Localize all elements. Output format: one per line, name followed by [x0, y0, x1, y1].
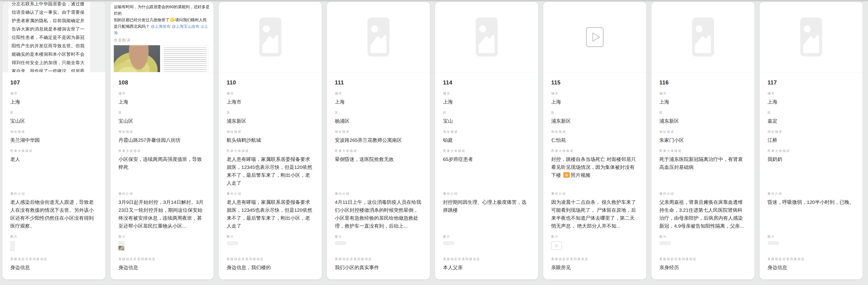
field-label-direct: 直接信息还是间接信息 [119, 257, 206, 261]
field-label-intro: 事件介绍 [443, 192, 530, 196]
image-thumbnail[interactable] [768, 241, 779, 245]
card-body: 110 城市上海市 区浦东新区 地址描述航头镇鹤沙航城 死者大体描述老人患有哮喘… [219, 72, 322, 279]
field-value-address: 江桥 [768, 136, 855, 144]
record-card[interactable]: 114 城市上海 区宝山 地址描述铂庭 死者大体描述65岁癌症患者 事件介绍封控… [435, 2, 538, 279]
field-label-intro: 事件介绍 [119, 192, 206, 196]
view-translation-link[interactable]: 查看翻译 [114, 38, 210, 43]
field-event-intro: 事件介绍封控期间因生理、心理上极度痛苦，选择跳楼 [443, 192, 530, 230]
record-card[interactable]: 110 城市上海市 区浦东新区 地址描述航头镇鹤沙航城 死者大体描述老人患有哮喘… [219, 2, 322, 279]
record-id: 110 [227, 79, 314, 86]
field-label-address: 地址描述 [335, 130, 422, 134]
field-value-intro: 因为凌晨十二点自杀， 很久救护车来了可能看到现场死了， 尸体留在原地，后来半夜也… [551, 198, 638, 230]
card-cover-image[interactable] [435, 2, 538, 72]
card-cover-image[interactable] [219, 2, 322, 72]
image-thumbnail[interactable] [227, 241, 238, 245]
field-value-intro: 老人患有哮喘，家属联系居委报备要求就医，12345也表示尽快，但是120依然来不… [227, 198, 314, 230]
field-label-intro: 事件介绍 [659, 192, 746, 196]
field-label-image: 图片 [443, 235, 530, 239]
field-label-deceased: 死者大体描述 [227, 149, 314, 153]
field-image: 图片 [659, 235, 746, 252]
field-value-district: 嘉定 [768, 117, 855, 125]
field-value-city: 上海 [443, 98, 530, 106]
field-value-city: 上海 [659, 98, 746, 106]
field-label-city: 城市 [768, 92, 855, 96]
field-deceased-description: 死者大体描述老人 [10, 149, 97, 187]
image-thumbnails[interactable] [119, 241, 206, 250]
field-label-district: 区 [551, 111, 638, 115]
field-value-direct: 身边信息 [119, 263, 206, 272]
field-address: 地址描述丹霞山路257弄馨佳园八街坊 [119, 130, 206, 144]
field-value-district: 宝山 [443, 117, 530, 125]
field-label-district: 区 [335, 111, 422, 115]
record-id: 116 [659, 79, 746, 86]
card-cover-image[interactable]: 分左右联系上中华园居委会，通过微信语音确认了这一事实。由于需要保护患者家属的隐私… [2, 2, 105, 72]
record-card[interactable]: 115 城市上海 区浦东新区 地址描述仁怡苑 死者大体描述 封控，跳楼自杀当场死… [543, 2, 646, 279]
card-cover-video[interactable] [543, 2, 646, 72]
record-card[interactable]: 111 城市上海 区杨浦区 地址描述安波路265弄兰花教师公寓南区 死者大体描述… [327, 2, 430, 279]
card-cover-image[interactable] [760, 2, 863, 72]
post-photos [114, 45, 210, 72]
record-card[interactable]: 分左右联系上中华园居委会，通过微信语音确认了这一事实。由于需要保护患者家属的隐私… [2, 2, 105, 279]
field-event-intro: 事件介绍因为凌晨十二点自杀， 很久救护车来了可能看到现场死了， 尸体留在原地，后… [551, 192, 638, 230]
field-address: 地址描述铂庭 [443, 130, 530, 144]
field-address: 地址描述安波路265弄兰花教师公寓南区 [335, 130, 422, 144]
card-body: 111 城市上海 区杨浦区 地址描述安波路265弄兰花教师公寓南区 死者大体描述… [327, 72, 430, 279]
field-district: 区杨浦区 [335, 111, 422, 125]
record-card[interactable]: 117 城市上海 区嘉定 地址描述江桥 死者大体描述我奶奶 事件介绍昏迷，呼吸微… [760, 2, 863, 279]
field-value-district: 宝山区 [119, 117, 206, 125]
field-city: 城市上海 [10, 92, 97, 106]
field-label-intro: 事件介绍 [768, 192, 855, 196]
text-document-photo[interactable] [162, 45, 209, 72]
video-thumbnail[interactable] [551, 241, 562, 250]
has-photo-video-badge: 有 [563, 172, 570, 178]
field-city: 城市上海 [768, 92, 855, 106]
field-label-city: 城市 [227, 92, 314, 96]
card-cover-image[interactable]: 运输有时间，为什么跟居委会的60的菜能到，还好多是烂的 别的区都已经分发过几批物… [111, 2, 214, 72]
field-label-district: 区 [659, 111, 746, 115]
field-label-district: 区 [768, 111, 855, 115]
field-value-deceased: 我奶奶 [768, 155, 855, 187]
field-value-deceased: 65岁癌症患者 [443, 155, 530, 187]
field-district: 区宝山 [443, 111, 530, 125]
field-value-address: 丹霞山路257弄馨佳园八街坊 [119, 136, 206, 144]
field-label-direct: 直接信息还是间接信息 [659, 257, 746, 261]
rotten-cabbage-photo[interactable] [114, 45, 160, 72]
card-cover-image[interactable] [651, 2, 754, 72]
field-label-address: 地址描述 [659, 130, 746, 134]
field-city: 城市上海 [551, 92, 638, 106]
field-label-district: 区 [10, 111, 97, 115]
field-label-image: 图片 [10, 235, 97, 239]
field-value-deceased: 死于浦东医院新冠隔离治疗中，有肾衰高血压封基础病 [659, 155, 746, 187]
image-thumbnail[interactable] [335, 241, 346, 245]
field-label-address: 地址描述 [10, 130, 97, 134]
field-label-direct: 直接信息还是间接信息 [768, 257, 855, 261]
field-city: 城市上海 [119, 92, 206, 106]
image-placeholder-icon [368, 17, 390, 57]
field-event-intro: 事件介绍父亲周嘉祖，肾衰且瘫痪在床靠血透维持生命，3.21住进第七人民医院肾病科… [659, 192, 746, 230]
image-placeholder-icon [259, 17, 281, 57]
field-deceased-description: 死者大体描述死于浦东医院新冠隔离治疗中，有肾衰高血压封基础病 [659, 149, 746, 187]
post-text: 运输有时间，为什么跟居委会的60的菜能到，还好多是烂的 别的区都已经分发过几批物… [114, 4, 210, 36]
field-value-deceased: 老人 [10, 155, 97, 187]
image-placeholder-icon [476, 17, 498, 57]
image-thumbnail[interactable] [443, 241, 455, 245]
record-card[interactable]: 运输有时间，为什么跟居委会的60的菜能到，还好多是烂的 别的区都已经分发过几批物… [111, 2, 214, 279]
image-thumbnail[interactable] [10, 241, 15, 251]
card-cover-image[interactable] [327, 2, 430, 72]
field-label-city: 城市 [659, 92, 746, 96]
field-label-direct: 直接信息还是间接信息 [335, 257, 422, 261]
field-label-district: 区 [119, 111, 206, 115]
field-district: 区宝山区 [10, 111, 97, 125]
field-event-intro: 事件介绍3月9日起开始封控，3月14日解封。3月23日又一轮封控开始，期间这位保… [119, 192, 206, 230]
field-address: 地址描述朱家门小区 [659, 130, 746, 144]
field-label-image: 图片 [335, 235, 422, 239]
record-id: 111 [335, 79, 422, 86]
record-card[interactable]: 116 城市上海 区浦东新区 地址描述朱家门小区 死者大体描述死于浦东医院新冠隔… [651, 2, 754, 279]
field-value-address: 铂庭 [443, 136, 530, 144]
field-label-image: 图片 [551, 235, 638, 239]
field-value-direct: 身边信息 [768, 263, 855, 272]
field-value-city: 上海 [335, 98, 422, 106]
field-info-type: 直接信息还是间接信息身边信息 [768, 257, 855, 272]
image-thumbnail[interactable] [659, 241, 671, 245]
card-body: 117 城市上海 区嘉定 地址描述江桥 死者大体描述我奶奶 事件介绍昏迷，呼吸微… [760, 72, 863, 279]
